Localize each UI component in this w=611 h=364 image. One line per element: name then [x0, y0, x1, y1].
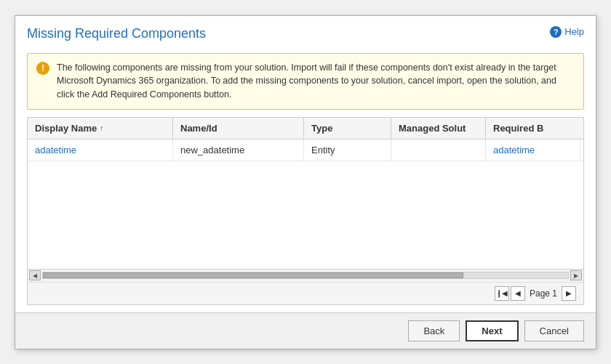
col-header-managed[interactable]: Managed Solut	[391, 118, 486, 139]
col-header-type[interactable]: Type	[304, 118, 391, 139]
warning-box: ! The following components are missing f…	[27, 53, 584, 110]
help-icon: ?	[550, 26, 562, 38]
next-button[interactable]: Next	[466, 320, 518, 341]
required-by-link[interactable]: adatetime	[493, 145, 535, 155]
missing-components-dialog: Missing Required Components ? Help ! The…	[15, 15, 596, 349]
scroll-thumb[interactable]	[43, 272, 463, 278]
help-label: Help	[564, 26, 584, 37]
col-header-display-name[interactable]: Display Name ↑	[28, 118, 173, 139]
cell-required-by: adatetime	[486, 139, 580, 161]
cancel-button[interactable]: Cancel	[524, 320, 584, 341]
col-header-required[interactable]: Required B	[486, 118, 580, 139]
col-label-required: Required B	[493, 123, 543, 134]
help-link[interactable]: ? Help	[550, 26, 584, 38]
page-label: Page 1	[530, 288, 557, 299]
col-header-name-id[interactable]: Name/Id	[173, 118, 304, 139]
horizontal-scrollbar[interactable]: ◀ ▶	[28, 269, 583, 282]
scroll-right-button[interactable]: ▶	[570, 270, 582, 280]
sort-arrow-display-name: ↑	[100, 124, 103, 132]
scroll-track[interactable]	[42, 272, 569, 279]
display-name-link[interactable]: adatetime	[35, 145, 76, 155]
first-page-button[interactable]: ❙◀	[495, 286, 509, 301]
dialog-title: Missing Required Components	[27, 26, 206, 41]
col-label-name-id: Name/Id	[180, 123, 217, 134]
cell-type: Entity	[304, 139, 391, 161]
cell-name-id: new_adatetime	[173, 139, 304, 161]
table-row: adatetime new_adatetime Entity adatetime	[28, 139, 583, 161]
prev-page-button[interactable]: ◀	[511, 286, 525, 301]
components-table: Display Name ↑ Name/Id Type Managed Solu…	[27, 117, 584, 305]
scroll-left-button[interactable]: ◀	[29, 270, 41, 280]
cell-managed-solution	[391, 139, 486, 161]
warning-icon: !	[36, 62, 49, 75]
next-page-button[interactable]: ▶	[562, 286, 576, 301]
table-header: Display Name ↑ Name/Id Type Managed Solu…	[28, 118, 583, 139]
col-label-managed: Managed Solut	[399, 123, 466, 134]
dialog-header: Missing Required Components ? Help	[15, 16, 596, 46]
dialog-footer: Back Next Cancel	[15, 312, 596, 349]
cell-display-name: adatetime	[28, 139, 173, 161]
back-button[interactable]: Back	[408, 320, 460, 341]
col-label-type: Type	[311, 123, 332, 134]
warning-text: The following components are missing fro…	[57, 61, 575, 102]
col-label-display-name: Display Name	[35, 123, 97, 134]
pagination-bar: ❙◀ ◀ Page 1 ▶	[28, 282, 583, 304]
dialog-body: ! The following components are missing f…	[15, 46, 596, 312]
table-body: adatetime new_adatetime Entity adatetime	[28, 139, 583, 269]
